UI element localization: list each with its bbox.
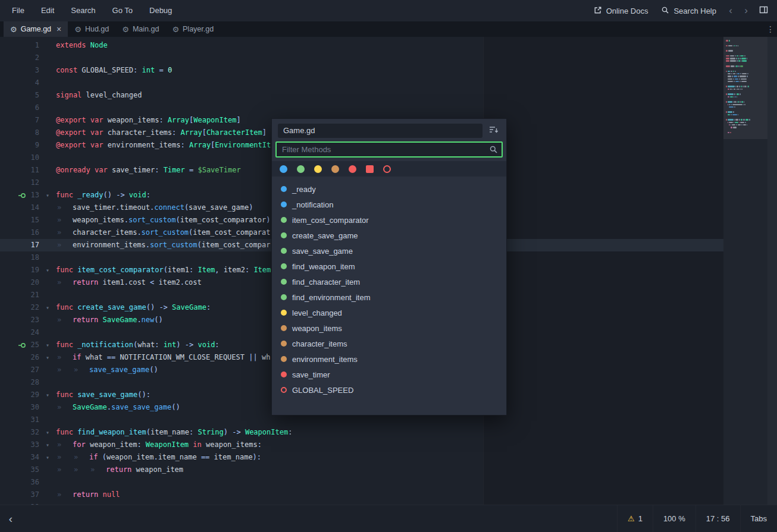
line-number[interactable]: 28 <box>0 376 39 389</box>
line-number[interactable]: 24 <box>0 326 39 339</box>
line-number[interactable]: 2 <box>0 52 39 64</box>
line-number[interactable]: 34 <box>0 451 39 464</box>
fold-arrow-icon[interactable]: ▾ <box>39 426 56 439</box>
method-item[interactable]: _ready <box>272 181 506 197</box>
line-number[interactable]: 5 <box>0 89 39 102</box>
warnings-badge[interactable]: ⚠ 1 <box>617 505 653 532</box>
fold-arrow-icon[interactable]: ▾ <box>39 301 56 314</box>
method-item[interactable]: create_save_game <box>272 228 506 243</box>
code-line[interactable]: 5signal level_changed <box>0 89 723 102</box>
online-docs-button[interactable]: Online Docs <box>588 0 654 21</box>
signal-connection-icon[interactable] <box>18 191 26 200</box>
line-number[interactable]: 12 <box>0 177 39 189</box>
code-line[interactable]: 6 <box>0 102 723 114</box>
tab-main-gd[interactable]: ⚙Main.gd <box>115 21 165 37</box>
tab-list-menu-icon[interactable]: ⋮ <box>764 21 777 37</box>
code-line[interactable]: 36 <box>0 476 723 489</box>
history-back-button[interactable]: ‹ <box>723 0 738 21</box>
line-number[interactable]: 7 <box>0 114 39 127</box>
method-item[interactable]: _notification <box>272 197 506 212</box>
fold-arrow-icon[interactable]: ▾ <box>39 451 56 464</box>
line-number[interactable]: 29 <box>0 389 39 401</box>
line-number[interactable]: 3 <box>0 64 39 77</box>
line-number[interactable]: 18 <box>0 251 39 264</box>
tab-game-gd[interactable]: ⚙Game.gd× <box>4 21 68 37</box>
line-number[interactable]: 14 <box>0 202 39 214</box>
code-line[interactable]: 2 <box>0 52 723 64</box>
filter-red-toggle[interactable] <box>349 165 356 173</box>
line-number[interactable]: 11 <box>0 164 39 177</box>
line-number[interactable]: 8 <box>0 127 39 139</box>
line-number[interactable]: 21 <box>0 289 39 301</box>
history-forward-button[interactable]: › <box>739 0 753 21</box>
minimap[interactable] <box>723 37 767 505</box>
code-line[interactable]: 34▾»»if (weapon_item.item_name == item_n… <box>0 451 723 464</box>
tab-player-gd[interactable]: ⚙Player.gd <box>165 21 220 37</box>
method-item[interactable]: save_timer <box>272 367 506 382</box>
zoom-level[interactable]: 100 % <box>653 505 695 532</box>
line-number[interactable]: 9 <box>0 139 39 152</box>
code-line[interactable]: 32▾func find_weapon_item(item_name: Stri… <box>0 426 723 439</box>
fold-arrow-icon[interactable]: ▾ <box>39 264 56 276</box>
filter-green-toggle[interactable] <box>297 165 305 173</box>
filter-methods-input[interactable] <box>275 141 503 158</box>
line-number[interactable]: 6 <box>0 102 39 114</box>
line-number[interactable]: 15 <box>0 214 39 226</box>
line-number[interactable]: 37 <box>0 489 39 501</box>
sort-methods-button[interactable] <box>487 124 500 137</box>
method-item[interactable]: item_cost_comparator <box>272 212 506 228</box>
fold-arrow-icon[interactable]: ▾ <box>39 351 56 364</box>
method-item[interactable]: save_save_game <box>272 243 506 259</box>
vertical-scrollbar[interactable] <box>767 37 777 505</box>
line-number[interactable]: 32 <box>0 426 39 439</box>
method-item[interactable]: weapon_items <box>272 320 506 336</box>
scripts-panel-toggle-button[interactable]: ‹ <box>0 505 21 532</box>
signal-connection-icon[interactable] <box>18 341 26 350</box>
line-number[interactable]: 22 <box>0 301 39 314</box>
line-number[interactable]: 26 <box>0 351 39 364</box>
method-item[interactable]: environment_items <box>272 351 506 367</box>
line-number[interactable]: 4 <box>0 77 39 89</box>
fold-arrow-icon[interactable]: ▾ <box>39 189 56 202</box>
method-item[interactable]: level_changed <box>272 305 506 320</box>
fold-arrow-icon[interactable]: ▾ <box>39 389 56 401</box>
method-item[interactable]: find_weapon_item <box>272 259 506 274</box>
code-line[interactable]: 33▾»for weapon_item: WeaponItem in weapo… <box>0 439 723 451</box>
filter-red-square-toggle[interactable] <box>366 165 374 173</box>
line-number[interactable]: 19 <box>0 264 39 276</box>
indent-type[interactable]: Tabs <box>740 505 777 532</box>
filter-orange-toggle[interactable] <box>331 165 339 173</box>
tab-hud-gd[interactable]: ⚙Hud.gd <box>68 21 115 37</box>
line-number[interactable]: 16 <box>0 226 39 239</box>
line-number[interactable]: 30 <box>0 401 39 414</box>
fold-arrow-icon[interactable]: ▾ <box>39 439 56 451</box>
code-line[interactable]: 3const GLOBAL_SPEED: int = 0 <box>0 64 723 77</box>
line-number[interactable]: 31 <box>0 414 39 426</box>
menu-item-edit[interactable]: Edit <box>33 0 62 21</box>
line-number[interactable]: 35 <box>0 464 39 476</box>
line-number[interactable]: 17 <box>0 239 39 251</box>
method-item[interactable]: find_character_item <box>272 274 506 289</box>
menu-item-debug[interactable]: Debug <box>141 0 180 21</box>
line-number[interactable]: 33 <box>0 439 39 451</box>
menu-item-go-to[interactable]: Go To <box>104 0 141 21</box>
tab-close-icon[interactable]: × <box>57 25 61 33</box>
code-line[interactable]: 1extends Node <box>0 39 723 52</box>
line-number[interactable]: 1 <box>0 39 39 52</box>
line-number[interactable]: 10 <box>0 152 39 164</box>
filter-blue-toggle[interactable] <box>280 165 287 173</box>
code-line[interactable]: 35»»»return weapon_item <box>0 464 723 476</box>
code-line[interactable]: 4 <box>0 77 723 89</box>
filter-red-outline-toggle[interactable] <box>383 165 391 173</box>
code-line[interactable]: 37»return null <box>0 489 723 501</box>
line-number[interactable]: 36 <box>0 476 39 489</box>
method-item[interactable]: character_items <box>272 336 506 351</box>
menu-item-file[interactable]: File <box>4 0 33 21</box>
method-item[interactable]: find_environment_item <box>272 289 506 305</box>
line-number[interactable]: 23 <box>0 314 39 326</box>
distraction-free-button[interactable] <box>754 0 772 21</box>
fold-arrow-icon[interactable]: ▾ <box>39 339 56 351</box>
line-number[interactable]: 20 <box>0 276 39 289</box>
search-help-button[interactable]: Search Help <box>655 0 722 21</box>
cursor-position[interactable]: 17 : 56 <box>695 505 740 532</box>
